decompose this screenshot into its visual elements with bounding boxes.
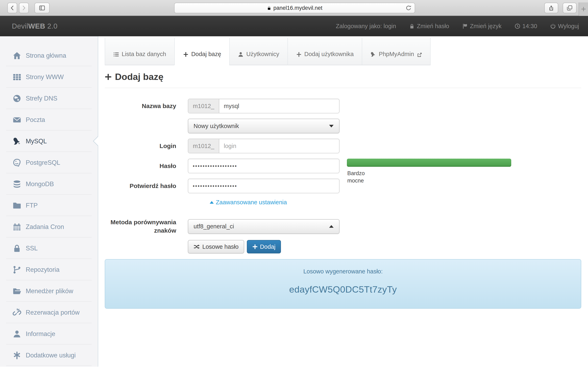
chevron-left-icon	[9, 5, 15, 11]
form-buttons-row: Losowe hasło Dodaj	[188, 240, 581, 253]
page-title: Dodaj bazę	[105, 72, 581, 82]
sidebar-item-label: Poczta	[26, 116, 45, 124]
collation-select[interactable]: utf8_general_ci	[188, 219, 339, 234]
home-icon	[12, 51, 22, 60]
db-name-input-group: m1012_	[188, 99, 339, 113]
sidebar-item-mysql[interactable]: MySQL	[0, 131, 98, 152]
sidebar-item-strona-glowna[interactable]: Strona główna	[0, 45, 98, 66]
db-name-prefix: m1012_	[188, 99, 219, 113]
active-item-notch-fill	[94, 137, 98, 146]
sidebar-item-mongodb[interactable]: MongoDB	[0, 173, 98, 195]
sidebar-item-label: Zadania Cron	[26, 223, 64, 231]
sidebar-item-label: MongoDB	[26, 180, 54, 188]
collation-select-value: utf8_general_ci	[194, 223, 234, 230]
chevron-up-icon	[329, 225, 334, 228]
browser-sidebar-toggle-button[interactable]	[35, 3, 50, 13]
browser-tabs-overview-button[interactable]	[563, 3, 577, 13]
tab-lista-baz-danych[interactable]: Lista baz danych	[105, 38, 174, 65]
confirm-password-row: Potwierdź hasło	[105, 179, 581, 193]
tab-phpmyadmin[interactable]: PhpMyAdmin	[362, 38, 430, 65]
login-input-group: m1012_	[188, 139, 339, 153]
browser-forward-button[interactable]	[19, 3, 29, 13]
tab-dodaj-baze[interactable]: Dodaj bazę	[174, 38, 229, 65]
sidebar-item-label: MySQL	[26, 138, 47, 145]
password-label: Hasło	[105, 162, 176, 170]
sidebar-item-label: Strony WWW	[26, 73, 64, 81]
sidebar-item-label: Dodatkowe usługi	[26, 352, 76, 359]
chevron-down-icon	[329, 125, 334, 127]
confirm-password-label: Potwierdź hasło	[105, 182, 176, 190]
random-password-button[interactable]: Losowe hasło	[188, 240, 244, 253]
lock-icon	[267, 6, 271, 10]
sidebar-item-ssl[interactable]: SSL	[0, 238, 98, 259]
sidebar-item-label: Strefy DNS	[26, 95, 57, 102]
tab-label: Użytkownicy	[246, 51, 279, 58]
sidebar-item-strony-www[interactable]: Strony WWW	[0, 66, 98, 88]
sidebar-panel-icon	[39, 5, 45, 11]
sidebar-item-label: Menedżer plików	[26, 287, 73, 295]
triangle-up-icon	[210, 201, 214, 204]
tab-label: Dodaj bazę	[191, 51, 221, 58]
content-area: Lista baz danych Dodaj bazę Użytkownicy	[98, 36, 588, 367]
browser-share-button[interactable]	[544, 3, 558, 13]
sidebar-item-rezerwacja-portow[interactable]: Rezerwacja portów	[0, 302, 98, 323]
db-user-select[interactable]: Nowy użytkownik	[188, 119, 339, 133]
plus-icon	[252, 244, 258, 249]
app-header-menu: Zalogowany jako: login Zmień hasło Zmień…	[336, 23, 579, 30]
db-user-select-value: Nowy użytkownik	[194, 123, 239, 129]
database-icon	[12, 180, 22, 189]
folder-icon	[12, 201, 22, 210]
login-input[interactable]	[219, 139, 339, 153]
folder-open-icon	[12, 287, 22, 296]
db-user-row: Nowy użytkownik	[105, 119, 581, 133]
confirm-password-input[interactable]	[188, 179, 339, 193]
generated-password-caption: Losowo wygenerowane hasło:	[105, 268, 581, 275]
change-password-link[interactable]: Zmień hasło	[409, 23, 449, 30]
sidebar-item-strefy-dns[interactable]: Strefy DNS	[0, 88, 98, 109]
add-database-button[interactable]: Dodaj	[247, 240, 281, 253]
calendar-icon	[12, 222, 22, 231]
sidebar-item-informacje[interactable]: Informacje	[0, 323, 98, 345]
sidebar-item-menedzer-plikow[interactable]: Menedżer plików	[0, 280, 98, 302]
sidebar-item-zadania-cron[interactable]: Zadania Cron	[0, 216, 98, 238]
postgresql-elephant-icon	[12, 158, 22, 167]
tab-label: PhpMyAdmin	[379, 51, 414, 58]
broken-link-icon	[12, 308, 22, 317]
envelope-icon	[12, 115, 22, 124]
flag-icon	[462, 24, 468, 29]
change-language-link[interactable]: Zmień język	[462, 23, 502, 30]
browser-back-button[interactable]	[7, 3, 17, 13]
generated-password-box: Losowo wygenerowane hasło: edayfCW5Q0DC5…	[105, 259, 581, 309]
advanced-settings-link[interactable]: Zaawansowane ustawienia	[210, 199, 287, 206]
shuffle-icon	[194, 244, 200, 250]
browser-new-tab-button[interactable]: +	[579, 2, 588, 16]
power-icon	[550, 24, 556, 29]
app-logo: DevilWEB2.0	[12, 22, 58, 30]
login-row: Login m1012_	[105, 139, 581, 153]
git-branch-icon	[12, 265, 22, 274]
db-name-row: Nazwa bazy m1012_	[105, 99, 581, 113]
sidebar-item-poczta[interactable]: Poczta	[0, 109, 98, 131]
chevron-right-icon	[21, 5, 26, 11]
db-name-input[interactable]	[219, 99, 339, 113]
address-bar[interactable]: panel16.mydevil.net	[174, 3, 415, 13]
sidebar-item-repozytoria[interactable]: Repozytoria	[0, 259, 98, 280]
tab-uzytkownicy[interactable]: Użytkownicy	[229, 38, 287, 65]
sidebar-item-label: FTP	[26, 202, 38, 209]
reload-icon[interactable]	[406, 5, 411, 11]
tab-dodaj-uzytkownika[interactable]: Dodaj użytkownika	[287, 38, 362, 65]
plus-icon	[183, 52, 189, 57]
grid-icon	[12, 73, 22, 82]
lock-icon	[12, 244, 22, 253]
sidebar-item-dodatkowe-uslugi[interactable]: Dodatkowe usługi	[0, 345, 98, 366]
list-icon	[113, 52, 119, 57]
sidebar-item-label: Repozytoria	[26, 266, 60, 273]
sidebar-item-postgresql[interactable]: PostgreSQL	[0, 152, 98, 173]
collation-row: Metoda porównywania znaków utf8_general_…	[105, 218, 581, 235]
title-divider	[105, 88, 581, 88]
password-input[interactable]	[188, 159, 339, 173]
sidebar: Strona główna Strony WWW Strefy DNS	[0, 36, 98, 367]
sidebar-item-ftp[interactable]: FTP	[0, 195, 98, 216]
tab-label: Dodaj użytkownika	[304, 51, 354, 58]
logout-link[interactable]: Wyloguj	[550, 23, 579, 30]
